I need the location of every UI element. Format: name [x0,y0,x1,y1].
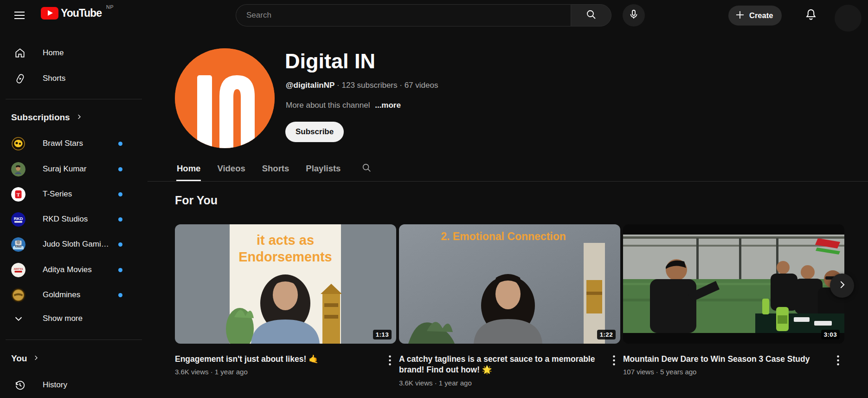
sidebar-subscription-goldmines[interactable]: Goldmines [0,283,148,307]
subscription-label: RKD Studios [43,215,88,224]
sidebar-subscription-judo-sloth[interactable]: SLOTH Judo Sloth Gami… [0,233,148,256]
svg-text:Endorsements: Endorsements [238,249,332,264]
digital-in-logo [175,48,275,148]
sidebar-subscription-rkd-studios[interactable]: RKD RKD Studios [0,208,148,231]
sidebar-show-more[interactable]: Show more [0,307,148,330]
video-thumbnail-3[interactable]: 3:03 [623,224,844,344]
menu-icon[interactable] [10,6,29,25]
video-meta: 107 views · 5 years ago [623,368,844,376]
thumbnail-art [623,224,844,344]
meta-separator: · [399,81,402,90]
thumbnail-art: it acts as Endorsements [175,224,396,344]
microphone-icon [628,9,639,22]
new-content-dot [118,142,122,146]
subscriptions-title: Subscriptions [11,112,70,123]
create-button[interactable]: Create [728,6,782,26]
sidebar-subscription-suraj-kumar[interactable]: Suraj Kumar [0,157,148,181]
video-meta: 3.6K views · 1 year ago [399,379,620,387]
bell-icon [804,7,818,23]
shorts-icon [14,73,26,85]
video-title[interactable]: Engagement isn't just about likes! 🤙 [175,354,378,365]
subscriber-count: 123 subscribers [342,81,398,90]
tab-playlists[interactable]: Playlists [305,156,341,181]
you-header[interactable]: You [11,353,39,364]
new-content-dot [118,192,122,196]
tab-shorts[interactable]: Shorts [262,156,290,181]
channel-about[interactable]: More about this channel ...more [286,101,401,110]
subscriptions-header[interactable]: Subscriptions [11,112,83,123]
subscription-label: Brawl Stars [43,139,83,148]
svg-text:T: T [17,191,20,197]
goldmines-avatar [11,288,26,302]
channel-handle[interactable]: @digitalinNP [286,81,334,90]
aditya-movies-avatar: ADITYA [11,263,26,277]
chevron-down-icon [13,313,25,324]
home-icon [14,47,26,59]
search-bar [236,4,611,26]
sidebar-item-history[interactable]: History [0,373,148,397]
subscription-label: Aditya Movies [43,265,92,274]
profile-avatar[interactable] [835,5,862,32]
svg-text:2. Emotional Connection: 2. Emotional Connection [441,230,566,242]
search-input[interactable] [246,11,571,20]
new-content-dot [118,167,122,171]
channel-tabs: Home Videos Shorts Playlists [148,156,868,182]
channel-avatar[interactable] [175,48,275,148]
brawl-stars-avatar [11,137,26,151]
video-card-3: 3:03 Mountain Dew Dare to Win Season 3 C… [623,224,844,376]
svg-text:it acts as: it acts as [257,233,314,248]
video-menu-button[interactable] [832,354,843,367]
chevron-right-icon [32,354,39,363]
chevron-right-icon [76,113,83,122]
create-button-label: Create [749,11,773,20]
sidebar-item-home[interactable]: Home [0,41,148,65]
subscription-label: Goldmines [43,290,80,300]
notifications-button[interactable] [803,7,819,23]
youtube-app: YouTube NP [0,0,868,398]
video-thumbnail-2[interactable]: 2. Emotional Connection 1:22 [399,224,620,344]
svg-text:ADITYA: ADITYA [14,268,23,270]
sidebar: Home Shorts Subscriptions [0,31,148,398]
subscription-label: T-Series [43,189,72,199]
new-content-dot [118,242,122,247]
new-content-dot [118,217,122,222]
section-title: For You [175,194,218,207]
sidebar-item-label: Home [43,48,64,58]
video-menu-button[interactable] [384,354,395,367]
suraj-kumar-avatar [11,162,26,176]
subscribe-button[interactable]: Subscribe [285,122,344,142]
video-count: 67 videos [405,81,438,90]
new-content-dot [118,268,122,272]
history-label: History [43,380,67,390]
sidebar-item-shorts[interactable]: Shorts [0,67,148,90]
search-icon [361,163,372,175]
video-meta: 3.6K views · 1 year ago [175,368,396,376]
tab-home[interactable]: Home [176,156,201,181]
judo-sloth-avatar: SLOTH [11,237,26,252]
tab-videos[interactable]: Videos [217,156,245,181]
sidebar-subscription-aditya-movies[interactable]: ADITYA Aditya Movies [0,258,148,281]
search-field[interactable] [236,4,571,26]
video-title[interactable]: A catchy taglines is a secret sauce to a… [399,354,602,376]
sidebar-subscription-brawl-stars[interactable]: Brawl Stars [0,132,148,155]
channel-meta: @digitalinNP · 123 subscribers · 67 vide… [286,81,438,90]
video-title[interactable]: Mountain Dew Dare to Win Season 3 Case S… [623,354,826,365]
search-button[interactable] [571,4,611,26]
carousel-next-button[interactable] [830,274,854,298]
t-series-avatar: T [11,187,26,202]
youtube-logo[interactable]: YouTube NP [41,7,102,20]
youtube-logo-text: YouTube [61,7,102,20]
more-link[interactable]: ...more [375,101,401,110]
history-icon [14,379,26,391]
subscription-label: Judo Sloth Gami… [43,240,109,249]
duration-badge: 1:13 [373,330,392,339]
video-menu-button[interactable] [608,354,619,367]
channel-search-button[interactable] [361,156,372,181]
plus-icon [735,10,745,22]
sidebar-subscription-t-series[interactable]: T T-Series [0,183,148,206]
subscription-label: Suraj Kumar [43,164,86,174]
voice-search-button[interactable] [623,4,645,26]
svg-text:SLOTH: SLOTH [16,245,21,247]
top-bar: YouTube NP [0,0,868,31]
video-thumbnail-1[interactable]: it acts as Endorsements 1:13 [175,224,396,344]
